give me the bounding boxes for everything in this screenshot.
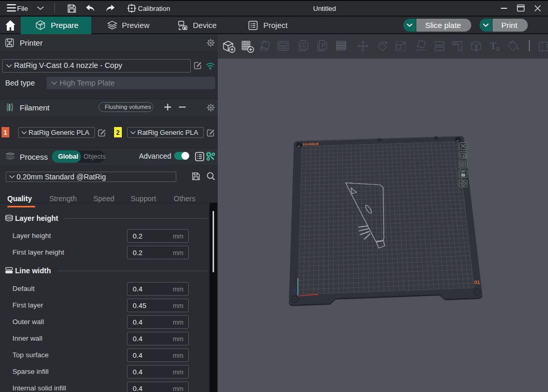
svg-text:a: a [496, 45, 500, 52]
svg-text:AUTO: AUTO [260, 41, 267, 44]
